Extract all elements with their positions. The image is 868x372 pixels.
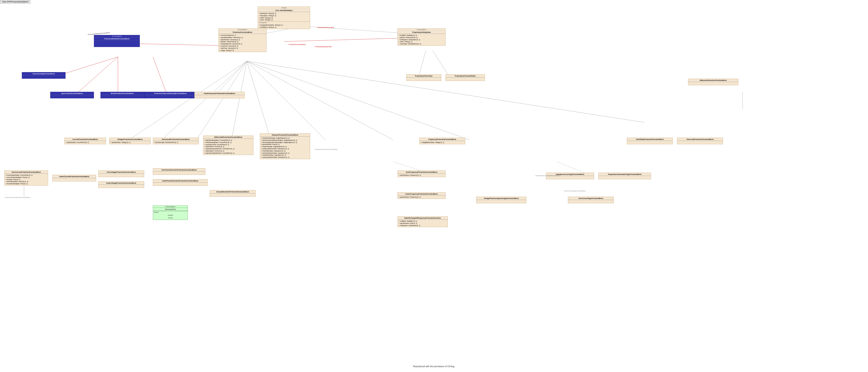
- identified-object-european-attrs: energyIdentCodeEic: String [0..1] shortN…: [258, 24, 310, 29]
- under-current-box: UnderCurrentProtectionFunctionBlock: [53, 175, 96, 181]
- svg-line-9: [129, 61, 247, 140]
- footer-text: Reproduced with the permission of UCAug.: [413, 365, 455, 368]
- svg-line-5: [79, 57, 118, 92]
- ground-direction-title: GroundDirectionProtectionFunctionBlock: [210, 190, 255, 194]
- svg-line-12: [231, 61, 247, 140]
- svg-line-10: [162, 61, 247, 140]
- over-frequency-title: OverFrequencyProtectionFunctionBlock: [398, 171, 445, 174]
- under-frequency-title: UnderFrequencyProtectionFunctionBlock: [398, 193, 445, 196]
- under-current-title: UnderCurrentProtectionFunctionBlock: [53, 175, 96, 178]
- breaker-failure-box: BreakerFailureFunctionBlock: [100, 92, 144, 98]
- protection-trip-title: ProtectionTripConditioningFunctionBlock: [144, 92, 196, 95]
- protection-related-function-block-box: FunctionBlock ProtectionRelatedFunctionB…: [94, 35, 140, 47]
- svg-line-14: [247, 61, 326, 140]
- current-protection-title: CurrentProtectionFunctionBlock: [65, 138, 106, 141]
- proprietary-threshold-box: ProprietaryThresholdValue: [445, 74, 485, 81]
- breaker-failure-title: BreakerFailureFunctionBlock: [101, 92, 144, 95]
- over-voltage-title: OverVoltageProtectionFunctionBlock: [98, 171, 144, 174]
- directional-protection-title: DirectionalProtectionFunctionBlock: [153, 138, 198, 141]
- ground-direction-box: GroundDirectionProtectionFunctionBlock: [210, 190, 255, 197]
- under-voltage-title: UnderVoltageProtectionFunctionBlock: [98, 182, 144, 185]
- protection-function-block-attrs: normal: Boolean [0..1] operateDeadline: …: [219, 34, 266, 52]
- protection-function-block-subtitle: FunctionBlock: [219, 29, 266, 31]
- proprietary-timer-title: ProprietaryTimerValue: [406, 75, 441, 78]
- out-of-step-title: OutOfStepProtectionFunctionBlock: [627, 138, 673, 141]
- direction-kind-title: DirectionKind: [153, 208, 188, 211]
- svg-line-2: [284, 38, 398, 41]
- rate-of-change-title: RateOfChangeOfffrequencyProtectionFuncti…: [398, 217, 447, 220]
- under-voltage-box: UnderVoltageProtectionFunctionBlock: [98, 181, 144, 188]
- connection-label-over-current: +OverCurrentTypeFunctionBlock: [563, 190, 586, 192]
- distance-protection-box: DistanceProtectionFunctionBlock characte…: [260, 133, 310, 159]
- identified-object-stereotype: identity: [258, 7, 310, 9]
- fault-clearance-box: FaultClearanceProtectionFunctionBlock: [194, 92, 245, 98]
- identified-object-box: identity Core::IdentifiedObject aliasNam…: [258, 6, 310, 29]
- over-current-title: OverCurrentProtectionFunctionBlock: [5, 171, 48, 174]
- svg-line-17: [247, 61, 644, 122]
- temperature-calculation-box: TemperatureCalculationTypeFunctionBlock: [598, 173, 651, 179]
- fault-clearance-title: FaultClearanceProtectionFunctionBlock: [195, 92, 244, 95]
- temperature-calculation-title: TemperatureCalculationTypeFunctionBlock: [599, 173, 651, 176]
- over-power-direction-title: OverPowerDirectionProtectionFunctionBloc…: [153, 169, 205, 172]
- out-of-step-box: OutOfStepProtectionFunctionBlock: [627, 138, 673, 144]
- proprietary-setting-value-title: ProprietarySettingValue: [398, 31, 445, 34]
- svg-line-19: [420, 50, 426, 74]
- distance-protection-title: DistanceProtectionFunctionBlock: [260, 134, 310, 137]
- frequency-protection-box: FrequencyProtectionFunctionBlock voltage…: [420, 138, 465, 144]
- under-power-direction-title: UnderPowerDirectionProtectionFunctionBlo…: [153, 179, 207, 182]
- connection-label-impedance: =ImpedanceLocusTypeFunctionBlock: [535, 175, 561, 176]
- overload-protection-title: OverLoadProtectionFunctionBlock: [677, 138, 723, 141]
- tab-bar[interactable]: class EPRIProposedUpdates3: [0, 0, 30, 3]
- svg-line-15: [247, 61, 393, 140]
- proprietary-setting-value-subtitle: FunctionBlock: [398, 29, 445, 31]
- identified-object-attrs: aliasName: String [0..1] description: St…: [258, 12, 310, 22]
- svg-line-11: [196, 61, 247, 140]
- protection-related-subtitle: FunctionBlock: [94, 35, 140, 37]
- protection-trip-conditioning-box: ProtectionTripConditioningFunctionBlock: [144, 92, 196, 98]
- direction-kind-box: «enumeration» DirectionKind literals for…: [153, 205, 188, 220]
- direction-kind-stereotype: «enumeration»: [153, 206, 188, 208]
- svg-line-16: [247, 61, 470, 140]
- under-power-direction-box: UnderPowerDirectionProtectionFunctionBlo…: [153, 179, 208, 186]
- syncrocheck-box: SyncrocheckFunctionBlock: [50, 92, 94, 98]
- under-frequency-box: UnderFrequencyProtectionFunctionBlock op…: [398, 192, 445, 199]
- proprietary-setting-value-attrs: multiplier: Multiplier [0..1] phases: Ph…: [398, 34, 445, 46]
- svg-line-7: [153, 57, 166, 92]
- overload-protection-box: OverLoadProtectionFunctionBlock: [677, 138, 723, 144]
- connection-label-over-current-function: =OverCurrentProtectionFunctionBlock: [4, 197, 30, 198]
- differential-protection-title: DifferentialProtectionFunctionBlock: [203, 136, 253, 139]
- current-protection-box: CurrentProtectionFunctionBlock operateVa…: [64, 138, 106, 144]
- connection-label-distance: +DistanceProtectionFunctionBlock: [314, 149, 338, 150]
- identified-object-title: Core::IdentifiedObject: [258, 9, 310, 12]
- voltage-phase-comparison-box: VoltagePhaseComparisontypeFunctionBlock: [476, 197, 526, 203]
- over-current-box: OverCurrentProtectionFunctionBlock curre…: [4, 170, 48, 185]
- svg-line-13: [247, 61, 271, 140]
- svg-line-8: [218, 61, 247, 92]
- wide-area-title: WideAreaProtectionFunctionBlock: [688, 79, 738, 82]
- protection-function-block-title: ProtectionFunctionBlock: [219, 31, 266, 34]
- autoreclosing-box: AutoreclosingFunctionBlock: [22, 72, 65, 79]
- proprietary-threshold-title: ProprietaryThresholdValue: [446, 75, 485, 78]
- connection-label-proprietary-setting: =ProprietarySetting Value: [317, 27, 334, 28]
- svg-line-20: [432, 50, 448, 74]
- voltage-phase-comparison-title: VoltagePhaseComparisontypeFunctionBlock: [476, 197, 526, 200]
- frequency-protection-title: FrequencyProtectionFunctionBlock: [420, 138, 465, 141]
- rate-of-change-box: RateOfChangeOfffrequencyProtectionFuncti…: [398, 217, 448, 227]
- directional-protection-box: DirectionalProtectionFunctionBlock direc…: [153, 138, 199, 144]
- voltage-protection-title: VoltageProtectionFunctionBlock: [110, 138, 151, 141]
- proprietary-setting-value-box: FunctionBlock ProprietarySettingValue mu…: [398, 28, 445, 46]
- voltage-protection-box: VoltageProtectionFunctionBlock operateVa…: [109, 138, 151, 144]
- over-current-type-title: OverCurrentTypeFunctionBlock: [568, 197, 614, 200]
- connection-label-protection-function: +ProtectionFunctionBlock: [288, 44, 306, 45]
- syncrocheck-title: SyncrocheckFunctionBlock: [51, 92, 94, 95]
- autoreclosing-title: AutoreclosingFunctionBlock: [22, 73, 65, 76]
- protection-function-block-box: FunctionBlock ProtectionFunctionBlock no…: [218, 28, 267, 52]
- over-current-type-box: OverCurrentTypeFunctionBlock: [568, 197, 614, 203]
- over-voltage-box: OverVoltageProtectionFunctionBlock: [98, 170, 144, 177]
- differential-protection-box: DifferentialProtectionFunctionBlock high…: [203, 136, 253, 155]
- proprietary-timer-box: ProprietaryTimerValue: [406, 74, 441, 81]
- connection-label-proprietary-setting2: =ProprietarySetting Value: [314, 46, 332, 48]
- diagram-container: class EPRIProposedUpdates3: [0, 0, 868, 372]
- protection-related-title: ProtectionRelatedFunctionBlock: [94, 37, 140, 40]
- wide-area-box: WideAreaProtectionFunctionBlock: [688, 79, 738, 85]
